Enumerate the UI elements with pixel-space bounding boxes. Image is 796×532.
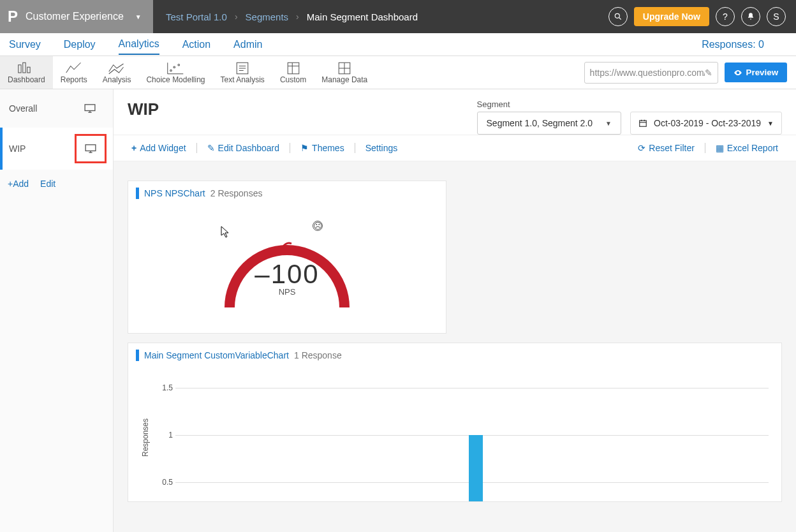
gauge-value: –100 (204, 259, 370, 290)
svg-rect-26 (640, 121, 647, 126)
svg-line-1 (619, 18, 621, 20)
sidebar-add-link[interactable]: +Add (8, 179, 29, 189)
nav-admin[interactable]: Admin (233, 35, 262, 54)
tool-reports[interactable]: Reports (53, 56, 95, 89)
sidebar-item-label: Overall (9, 103, 37, 114)
svg-rect-20 (85, 105, 95, 111)
chevron-right-icon: › (235, 11, 238, 22)
tool-label: Dashboard (8, 75, 45, 84)
main-nav: Survey Deploy Analytics Action Admin Res… (0, 33, 796, 56)
tool-label: Text Analysis (221, 75, 265, 84)
reset-filter-button[interactable]: ⟳ Reset Filter (634, 143, 698, 153)
tool-custom[interactable]: Custom (272, 56, 314, 89)
page-header: WIP Segment Segment 1.0, Segment 2.0 ▼ O… (114, 89, 796, 135)
tool-dashboard[interactable]: Dashboard (0, 56, 53, 89)
sidebar-item-overall[interactable]: Overall (0, 89, 113, 128)
y-tick: 1.5 (156, 383, 173, 392)
content-area: WIP Segment Segment 1.0, Segment 2.0 ▼ O… (114, 89, 796, 532)
y-tick: 1 (156, 431, 173, 440)
brand-logo: P (8, 8, 18, 26)
svg-point-0 (615, 13, 619, 18)
user-initial: S (773, 11, 779, 22)
chevron-down-icon: ▼ (767, 120, 774, 127)
sidebar-edit-link[interactable]: Edit (40, 179, 55, 189)
tool-label: Custom (280, 75, 306, 84)
share-url-field[interactable]: https://www.questionpro.com/a/ ✎ (584, 62, 718, 84)
action-label: Settings (365, 143, 398, 153)
help-button[interactable]: ? (716, 7, 735, 26)
top-bar: P Customer Experience ▼ Test Portal 1.0 … (0, 0, 796, 33)
nav-analytics[interactable]: Analytics (119, 34, 159, 55)
breadcrumb-section[interactable]: Segments (246, 11, 289, 22)
sidebar-item-wip[interactable]: WIP (0, 128, 113, 170)
action-label: Excel Report (727, 143, 778, 153)
user-avatar[interactable]: S (767, 7, 786, 26)
refresh-icon: ⟳ (638, 143, 645, 153)
gauge-unit: NPS (204, 287, 370, 297)
analysis-icon (108, 61, 126, 75)
divider (705, 143, 705, 153)
pencil-icon: ✎ (207, 143, 215, 153)
brand-selector[interactable]: P Customer Experience ▼ (0, 0, 153, 33)
tool-manage-data[interactable]: Manage Data (314, 56, 375, 89)
tool-analysis[interactable]: Analysis (95, 56, 139, 89)
widget-title: Main Segment CustomVariableChart (144, 350, 289, 360)
spreadsheet-icon: ▦ (716, 143, 724, 153)
sidebar-item-label: WIP (9, 144, 26, 154)
custom-icon (284, 61, 302, 75)
bar-chart: Responses 1.5 1 0.5 (128, 367, 781, 501)
segment-dropdown[interactable]: Segment 1.0, Segment 2.0 ▼ (477, 112, 621, 135)
chart-plot-area: 1.5 1 0.5 (156, 374, 769, 501)
dashboard-sidebar: Overall WIP +Add Edit (0, 89, 114, 532)
preview-label: Preview (746, 68, 778, 77)
spreadsheet-icon (335, 61, 353, 75)
nav-action[interactable]: Action (182, 35, 210, 54)
tool-text-analysis[interactable]: Text Analysis (213, 56, 272, 89)
settings-link[interactable]: Settings (362, 143, 402, 153)
preview-button[interactable]: Preview (725, 63, 787, 82)
divider (290, 143, 290, 153)
breadcrumb: Test Portal 1.0 › Segments › Main Segmen… (153, 11, 418, 22)
notifications-button[interactable] (741, 7, 760, 26)
chevron-down-icon: ▼ (135, 13, 142, 20)
add-widget-button[interactable]: + Add Widget (128, 143, 190, 153)
excel-report-button[interactable]: ▦ Excel Report (712, 143, 782, 153)
nav-deploy[interactable]: Deploy (64, 35, 96, 54)
dashboard-icon (17, 61, 35, 75)
y-axis-label: Responses (141, 374, 150, 501)
tool-label: Reports (61, 75, 87, 84)
responses-link[interactable]: Responses: 0 (702, 35, 764, 54)
action-label: Edit Dashboard (218, 143, 280, 153)
search-button[interactable] (608, 7, 628, 26)
widget-title: NPS NPSChart (144, 188, 205, 198)
tool-label: Choice Modelling (146, 75, 205, 84)
divider (355, 143, 355, 153)
monitor-icon[interactable] (85, 144, 96, 153)
svg-rect-4 (27, 67, 30, 73)
themes-button[interactable]: ⚑ Themes (297, 143, 348, 153)
search-icon (614, 12, 623, 21)
tool-choice-modelling[interactable]: Choice Modelling (138, 56, 212, 89)
bell-icon (746, 12, 755, 21)
nps-gauge: ☹ –100 NPS (204, 218, 370, 314)
tool-label: Manage Data (321, 75, 367, 84)
edit-dashboard-button[interactable]: ✎ Edit Dashboard (203, 143, 284, 153)
widget-subtitle: 2 Responses (210, 188, 263, 198)
breadcrumb-current: Main Segment Dashboard (307, 11, 418, 22)
date-range-dropdown[interactable]: Oct-03-2019 - Oct-23-2019 ▼ (630, 112, 782, 135)
nav-survey[interactable]: Survey (9, 35, 41, 54)
custom-variable-widget: Main Segment CustomVariableChart 1 Respo… (128, 343, 782, 502)
sad-face-icon: ☹ (313, 221, 323, 231)
widget-subtitle: 1 Response (294, 350, 342, 360)
breadcrumb-portal[interactable]: Test Portal 1.0 (166, 11, 227, 22)
y-tick: 0.5 (156, 478, 173, 487)
bar (469, 435, 483, 501)
date-range-text: Oct-03-2019 - Oct-23-2019 (654, 118, 761, 128)
svg-point-8 (173, 66, 175, 68)
upgrade-button[interactable]: Upgrade Now (634, 7, 709, 26)
divider (196, 143, 197, 153)
question-icon: ? (723, 11, 728, 22)
segment-value: Segment 1.0, Segment 2.0 (487, 118, 593, 128)
line-chart-icon (65, 61, 83, 75)
scatter-icon (166, 61, 184, 75)
